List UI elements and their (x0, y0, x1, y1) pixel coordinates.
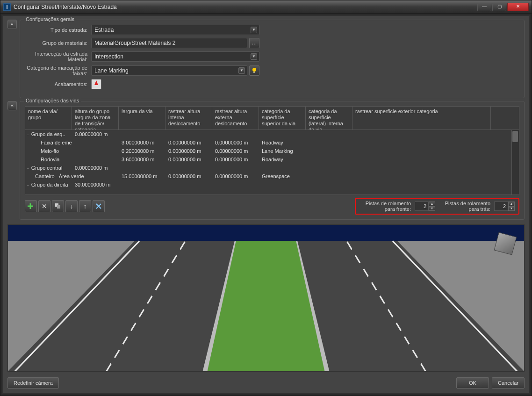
lanes-settings-panel: Configurações das vias nome da via/ grup… (20, 101, 525, 220)
collapse-lanes-button[interactable]: « (7, 101, 17, 110)
svg-rect-1 (253, 72, 255, 73)
col-lateral[interactable]: categoria da superfície (lateral) intern… (306, 107, 352, 130)
svg-rect-4 (8, 225, 524, 241)
dialog-content: « Configurações gerais Tipo de estrada: … (2, 15, 530, 394)
lanes-title: Configurações das vias (24, 98, 81, 103)
roadworks-icon (93, 79, 99, 86)
duplicate-lane-button[interactable] (52, 200, 64, 212)
move-up-button[interactable]: ↑ (79, 200, 91, 212)
table-row[interactable]: - Grupo central0.00000000 m (25, 164, 519, 172)
finishes-button[interactable] (91, 79, 101, 89)
table-row[interactable]: Meio-fio0.20000000 m0.00000000 m0.000000… (25, 147, 519, 155)
forward-lanes-label: Pistas de rolamento para frente: (359, 201, 411, 212)
lane-marking-label: Categoria de marcação de faixas: (26, 65, 91, 76)
app-icon: I (3, 3, 11, 11)
col-name[interactable]: nome da via/ grupo (25, 107, 72, 130)
table-row[interactable]: - Grupo da esq..0.00000000 m (25, 130, 519, 138)
maximize-button[interactable]: ▢ (492, 3, 506, 11)
titlebar[interactable]: I Configurar Street/Interstate/Novo Estr… (0, 0, 532, 14)
lanes-table: nome da via/ grupo altura do grupo largu… (25, 106, 519, 195)
col-outer[interactable]: rastrear altura externa deslocamento (212, 107, 259, 130)
col-inner[interactable]: rastrear altura interna deslocamento (165, 107, 212, 130)
preview-road-svg (8, 225, 524, 371)
lanes-body[interactable]: - Grupo da esq..0.00000000 m Faixa de em… (25, 130, 519, 194)
forward-lanes-input[interactable]: 2 (415, 202, 429, 211)
forward-up-button[interactable]: ▲ (429, 202, 435, 206)
table-row[interactable]: - Grupo da direita30.00000000 m (25, 180, 519, 189)
minimize-button[interactable]: — (477, 3, 491, 11)
plus-icon (28, 203, 34, 209)
lane-count-highlight: Pistas de rolamento para frente: 2 ▲ ▼ P… (355, 198, 519, 215)
backward-up-button[interactable]: ▲ (508, 202, 515, 206)
material-group-label: Grupo de materiais: (26, 40, 91, 46)
close-button[interactable]: ✕ (507, 3, 529, 11)
general-title: Configurações gerais (24, 16, 76, 22)
table-row[interactable]: Faixa de emergência3.00000000 m0.0000000… (25, 138, 519, 147)
intersection-label: Intersecção da estrada Material: (26, 51, 91, 62)
col-exterior[interactable]: rastrear superfície exterior categoria (352, 107, 491, 130)
delete-lane-button[interactable]: ✕ (38, 200, 50, 212)
backward-lanes-label: Pistas de rolamento para trás: (439, 201, 490, 212)
add-lane-button[interactable] (25, 200, 37, 212)
ok-button[interactable]: OK (456, 377, 489, 389)
finishes-label: Acabamentos: (26, 81, 91, 87)
chevron-down-icon: ▼ (251, 53, 257, 60)
col-height[interactable]: altura do grupo largura da zona de trans… (72, 107, 119, 130)
backward-down-button[interactable]: ▼ (508, 206, 515, 211)
hint-button[interactable] (249, 65, 259, 76)
move-down-button[interactable]: ↓ (65, 200, 78, 212)
reset-camera-button[interactable]: Redefinir câmera (7, 377, 59, 389)
col-surface[interactable]: categoria da superfície superior da via (259, 107, 306, 130)
material-group-value: MaterialGroup/Street Materials 2 (94, 40, 175, 46)
road-type-value: Estrada (94, 27, 114, 33)
lane-marking-value: Lane Marking (94, 67, 129, 74)
lightbulb-icon (252, 67, 257, 74)
scroll-thumb[interactable] (512, 131, 518, 142)
road-type-label: Tipo de estrada: (26, 27, 91, 33)
cancel-button[interactable]: Cancelar (492, 377, 525, 389)
chevron-down-icon: ▼ (251, 27, 257, 33)
collapse-general-button[interactable]: « (7, 20, 17, 29)
chevron-down-icon: ▼ (238, 67, 245, 74)
col-width[interactable]: largura da via (119, 107, 165, 130)
general-settings-panel: Configurações gerais Tipo de estrada: Es… (20, 20, 525, 98)
duplicate-icon (55, 203, 61, 209)
road-type-combo[interactable]: Estrada ▼ (91, 25, 259, 35)
intersection-value: Intersection (94, 53, 123, 60)
intersection-combo[interactable]: Intersection ▼ (91, 51, 259, 62)
road-preview[interactable] (7, 224, 525, 372)
dialog-window: I Configurar Street/Interstate/Novo Estr… (0, 0, 532, 396)
svg-point-0 (252, 68, 256, 72)
mirror-icon (95, 203, 102, 209)
svg-rect-3 (57, 205, 60, 209)
table-row[interactable]: Canteiro Área verde15.00000000 m0.000000… (25, 172, 519, 180)
browse-material-button[interactable]: … (249, 38, 259, 48)
material-group-field[interactable]: MaterialGroup/Street Materials 2 (91, 38, 247, 48)
mirror-button[interactable] (93, 200, 105, 212)
scrollbar[interactable] (511, 130, 519, 194)
forward-down-button[interactable]: ▼ (429, 206, 435, 211)
lane-marking-combo[interactable]: Lane Marking ▼ (91, 65, 247, 76)
backward-lanes-input[interactable]: 2 (494, 202, 508, 211)
window-title: Configurar Street/Interstate/Novo Estrad… (14, 4, 476, 10)
table-row[interactable]: Rodovia3.60000000 m0.00000000 m0.0000000… (25, 155, 519, 164)
